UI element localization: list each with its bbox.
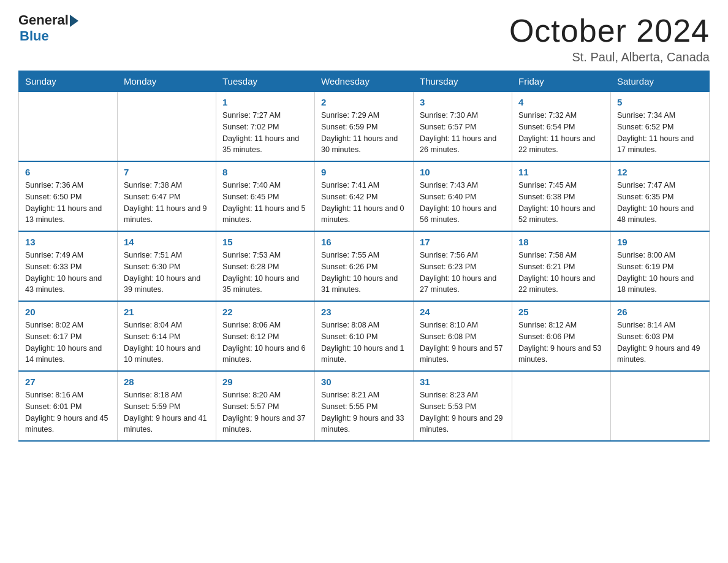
header-cell-friday: Friday (512, 71, 611, 92)
day-info: Sunrise: 8:21 AMSunset: 5:55 PMDaylight:… (321, 389, 407, 435)
day-number: 16 (321, 237, 407, 247)
page-header: General Blue October 2024 St. Paul, Albe… (18, 12, 710, 64)
day-info: Sunrise: 8:10 AMSunset: 6:08 PMDaylight:… (420, 320, 506, 366)
week-row-2: 6Sunrise: 7:36 AMSunset: 6:50 PMDaylight… (19, 161, 710, 231)
header-cell-tuesday: Tuesday (216, 71, 315, 92)
calendar-cell (118, 92, 216, 162)
calendar-cell: 2Sunrise: 7:29 AMSunset: 6:59 PMDaylight… (315, 92, 414, 162)
day-number: 14 (124, 237, 210, 247)
day-number: 2 (321, 97, 407, 107)
calendar-cell: 13Sunrise: 7:49 AMSunset: 6:33 PMDayligh… (19, 231, 118, 301)
day-info: Sunrise: 8:00 AMSunset: 6:19 PMDaylight:… (617, 250, 703, 296)
day-number: 4 (518, 97, 604, 107)
day-info: Sunrise: 8:18 AMSunset: 5:59 PMDaylight:… (124, 389, 210, 435)
day-info: Sunrise: 7:40 AMSunset: 6:45 PMDaylight:… (222, 180, 308, 226)
calendar-cell: 7Sunrise: 7:38 AMSunset: 6:47 PMDaylight… (118, 161, 216, 231)
calendar-cell: 25Sunrise: 8:12 AMSunset: 6:06 PMDayligh… (512, 301, 611, 371)
day-info: Sunrise: 8:08 AMSunset: 6:10 PMDaylight:… (321, 320, 407, 366)
calendar-cell: 22Sunrise: 8:06 AMSunset: 6:12 PMDayligh… (216, 301, 315, 371)
week-row-3: 13Sunrise: 7:49 AMSunset: 6:33 PMDayligh… (19, 231, 710, 301)
day-info: Sunrise: 8:20 AMSunset: 5:57 PMDaylight:… (222, 389, 308, 435)
calendar-cell: 30Sunrise: 8:21 AMSunset: 5:55 PMDayligh… (315, 371, 414, 441)
day-number: 26 (617, 307, 703, 317)
day-number: 1 (222, 97, 308, 107)
day-number: 29 (222, 377, 308, 387)
header-cell-monday: Monday (118, 71, 216, 92)
calendar-table: SundayMondayTuesdayWednesdayThursdayFrid… (18, 71, 710, 442)
calendar-cell: 15Sunrise: 7:53 AMSunset: 6:28 PMDayligh… (216, 231, 315, 301)
header-cell-wednesday: Wednesday (315, 71, 414, 92)
logo: General Blue (18, 12, 78, 44)
calendar-cell: 11Sunrise: 7:45 AMSunset: 6:38 PMDayligh… (512, 161, 611, 231)
logo-triangle-icon (70, 15, 78, 27)
day-info: Sunrise: 7:29 AMSunset: 6:59 PMDaylight:… (321, 110, 407, 156)
day-info: Sunrise: 8:04 AMSunset: 6:14 PMDaylight:… (124, 320, 210, 366)
day-number: 31 (420, 377, 506, 387)
day-number: 11 (518, 167, 604, 177)
day-info: Sunrise: 7:55 AMSunset: 6:26 PMDaylight:… (321, 250, 407, 296)
day-info: Sunrise: 8:23 AMSunset: 5:53 PMDaylight:… (420, 389, 506, 435)
day-number: 21 (124, 307, 210, 317)
day-info: Sunrise: 8:06 AMSunset: 6:12 PMDaylight:… (222, 320, 308, 366)
day-info: Sunrise: 7:32 AMSunset: 6:54 PMDaylight:… (518, 110, 604, 156)
calendar-cell: 10Sunrise: 7:43 AMSunset: 6:40 PMDayligh… (414, 161, 512, 231)
day-number: 12 (617, 167, 703, 177)
logo-general-text: General (18, 12, 69, 28)
day-number: 10 (420, 167, 506, 177)
day-number: 19 (617, 237, 703, 247)
day-number: 3 (420, 97, 506, 107)
day-number: 15 (222, 237, 308, 247)
day-number: 6 (25, 167, 111, 177)
day-number: 22 (222, 307, 308, 317)
calendar-cell (512, 371, 611, 441)
day-number: 27 (25, 377, 111, 387)
day-number: 25 (518, 307, 604, 317)
day-number: 24 (420, 307, 506, 317)
header-cell-saturday: Saturday (611, 71, 710, 92)
day-info: Sunrise: 7:49 AMSunset: 6:33 PMDaylight:… (25, 250, 111, 296)
calendar-cell: 8Sunrise: 7:40 AMSunset: 6:45 PMDaylight… (216, 161, 315, 231)
calendar-cell (611, 371, 710, 441)
day-info: Sunrise: 7:45 AMSunset: 6:38 PMDaylight:… (518, 180, 604, 226)
calendar-cell: 20Sunrise: 8:02 AMSunset: 6:17 PMDayligh… (19, 301, 118, 371)
day-number: 17 (420, 237, 506, 247)
day-number: 9 (321, 167, 407, 177)
header-row: SundayMondayTuesdayWednesdayThursdayFrid… (19, 71, 710, 92)
calendar-cell (19, 92, 118, 162)
calendar-cell: 19Sunrise: 8:00 AMSunset: 6:19 PMDayligh… (611, 231, 710, 301)
header-cell-thursday: Thursday (414, 71, 512, 92)
calendar-cell: 26Sunrise: 8:14 AMSunset: 6:03 PMDayligh… (611, 301, 710, 371)
title-area: October 2024 St. Paul, Alberta, Canada (509, 12, 710, 64)
calendar-cell: 18Sunrise: 7:58 AMSunset: 6:21 PMDayligh… (512, 231, 611, 301)
calendar-cell: 3Sunrise: 7:30 AMSunset: 6:57 PMDaylight… (414, 92, 512, 162)
logo-blue-text: Blue (20, 28, 49, 44)
day-info: Sunrise: 8:02 AMSunset: 6:17 PMDaylight:… (25, 320, 111, 366)
day-number: 20 (25, 307, 111, 317)
day-number: 13 (25, 237, 111, 247)
day-info: Sunrise: 7:27 AMSunset: 7:02 PMDaylight:… (222, 110, 308, 156)
calendar-cell: 4Sunrise: 7:32 AMSunset: 6:54 PMDaylight… (512, 92, 611, 162)
calendar-cell: 16Sunrise: 7:55 AMSunset: 6:26 PMDayligh… (315, 231, 414, 301)
calendar-cell: 14Sunrise: 7:51 AMSunset: 6:30 PMDayligh… (118, 231, 216, 301)
day-number: 23 (321, 307, 407, 317)
week-row-1: 1Sunrise: 7:27 AMSunset: 7:02 PMDaylight… (19, 92, 710, 162)
week-row-5: 27Sunrise: 8:16 AMSunset: 6:01 PMDayligh… (19, 371, 710, 441)
day-info: Sunrise: 7:38 AMSunset: 6:47 PMDaylight:… (124, 180, 210, 226)
day-info: Sunrise: 7:47 AMSunset: 6:35 PMDaylight:… (617, 180, 703, 226)
day-number: 7 (124, 167, 210, 177)
day-info: Sunrise: 7:58 AMSunset: 6:21 PMDaylight:… (518, 250, 604, 296)
calendar-cell: 27Sunrise: 8:16 AMSunset: 6:01 PMDayligh… (19, 371, 118, 441)
calendar-cell: 1Sunrise: 7:27 AMSunset: 7:02 PMDaylight… (216, 92, 315, 162)
day-info: Sunrise: 8:12 AMSunset: 6:06 PMDaylight:… (518, 320, 604, 366)
calendar-cell: 21Sunrise: 8:04 AMSunset: 6:14 PMDayligh… (118, 301, 216, 371)
calendar-cell: 12Sunrise: 7:47 AMSunset: 6:35 PMDayligh… (611, 161, 710, 231)
day-number: 18 (518, 237, 604, 247)
day-number: 8 (222, 167, 308, 177)
day-info: Sunrise: 8:16 AMSunset: 6:01 PMDaylight:… (25, 389, 111, 435)
calendar-cell: 9Sunrise: 7:41 AMSunset: 6:42 PMDaylight… (315, 161, 414, 231)
day-number: 5 (617, 97, 703, 107)
calendar-cell: 28Sunrise: 8:18 AMSunset: 5:59 PMDayligh… (118, 371, 216, 441)
day-info: Sunrise: 7:36 AMSunset: 6:50 PMDaylight:… (25, 180, 111, 226)
calendar-cell: 29Sunrise: 8:20 AMSunset: 5:57 PMDayligh… (216, 371, 315, 441)
day-info: Sunrise: 7:34 AMSunset: 6:52 PMDaylight:… (617, 110, 703, 156)
